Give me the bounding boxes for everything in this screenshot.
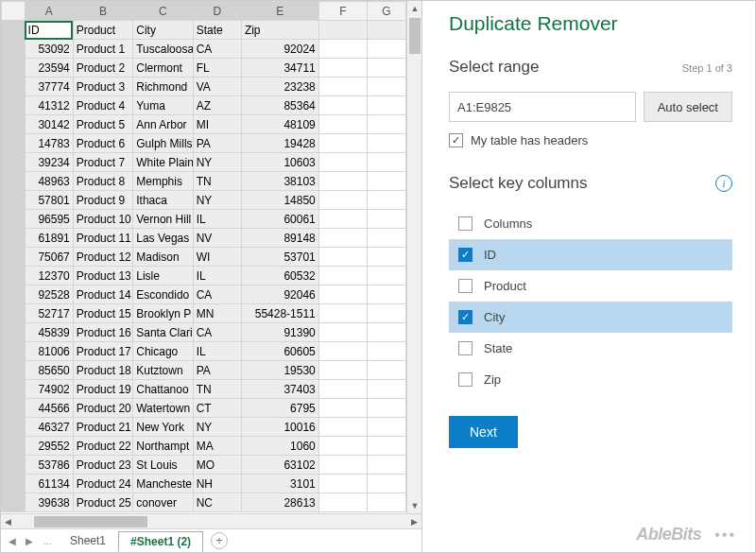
table-row[interactable]: 52717Product 15Brooklyn PMN55428-1511 — [2, 304, 406, 323]
range-input[interactable] — [449, 92, 636, 122]
cell[interactable]: 60605 — [241, 342, 318, 361]
cell-empty[interactable] — [367, 134, 405, 153]
table-row[interactable]: 29552Product 22NorthamptMA1060 — [2, 437, 406, 456]
cell-empty[interactable] — [318, 172, 367, 191]
cell[interactable]: Ithaca — [133, 191, 193, 210]
more-options-icon[interactable]: ••• — [714, 527, 736, 544]
auto-select-button[interactable]: Auto select — [644, 92, 732, 122]
cell-empty[interactable] — [318, 475, 367, 493]
cell[interactable]: New York — [133, 418, 193, 437]
cell[interactable]: Product 24 — [73, 475, 132, 493]
header-cell[interactable]: Product — [73, 21, 132, 40]
cell[interactable]: Product 17 — [73, 342, 132, 361]
cell-empty[interactable] — [318, 304, 367, 323]
cell[interactable]: Ann Arbor — [133, 115, 193, 134]
key-column-item[interactable]: Product — [449, 270, 732, 302]
sheet-tab[interactable]: #Sheet1 (2) — [118, 531, 203, 552]
row-header[interactable] — [2, 304, 26, 323]
cell[interactable]: 39638 — [25, 493, 73, 512]
cell[interactable]: 92528 — [25, 285, 73, 304]
cell[interactable]: Product 2 — [73, 59, 132, 78]
cell[interactable]: Product 1 — [73, 40, 132, 59]
cell-empty[interactable] — [318, 134, 367, 153]
cell[interactable]: 89148 — [241, 229, 318, 248]
cell-empty[interactable] — [367, 437, 405, 456]
cell[interactable]: 28613 — [241, 493, 318, 512]
cell[interactable]: 14783 — [25, 134, 73, 153]
cell[interactable]: 23594 — [25, 59, 73, 78]
cell[interactable]: 44566 — [25, 399, 73, 418]
cell[interactable]: Product 12 — [73, 248, 132, 267]
table-row[interactable]: 45839Product 16Santa ClariCA91390 — [2, 323, 406, 342]
horizontal-scrollbar[interactable]: ◀ ▶ — [1, 513, 421, 528]
cell-empty[interactable] — [367, 248, 405, 267]
cell[interactable]: TN — [193, 380, 241, 399]
key-column-item[interactable]: ID — [449, 239, 732, 270]
cell[interactable]: NY — [193, 418, 241, 437]
row-header[interactable] — [2, 361, 26, 380]
cell[interactable]: MN — [193, 304, 241, 323]
cell-empty[interactable] — [318, 59, 367, 78]
table-row[interactable]: 37774Product 3RichmondVA23238 — [2, 78, 406, 96]
cell[interactable]: 23238 — [241, 78, 318, 96]
cell[interactable]: CA — [193, 40, 241, 59]
cell[interactable]: FL — [193, 59, 241, 78]
cell[interactable]: Product 21 — [73, 418, 132, 437]
cell[interactable]: 96595 — [25, 210, 73, 229]
next-button[interactable]: Next — [449, 416, 518, 448]
cell[interactable]: Lisle — [133, 267, 193, 285]
cell-empty[interactable] — [367, 210, 405, 229]
cell[interactable]: Product 14 — [73, 285, 132, 304]
table-row[interactable]: 85650Product 18KutztownPA19530 — [2, 361, 406, 380]
cell[interactable]: 46327 — [25, 418, 73, 437]
column-header-e[interactable]: E — [241, 2, 318, 21]
cell[interactable]: 45839 — [25, 323, 73, 342]
cell[interactable]: Product 19 — [73, 380, 132, 399]
cell[interactable]: 34711 — [241, 59, 318, 78]
row-header[interactable] — [2, 153, 26, 172]
cell[interactable]: NC — [193, 493, 241, 512]
cell-empty[interactable] — [318, 248, 367, 267]
cell[interactable]: conover — [133, 493, 193, 512]
cell[interactable]: Madison — [133, 248, 193, 267]
cell[interactable]: 92024 — [241, 40, 318, 59]
cell[interactable]: 38103 — [241, 172, 318, 191]
row-header[interactable] — [2, 59, 26, 78]
cell-empty[interactable] — [318, 267, 367, 285]
cell[interactable]: Product 20 — [73, 399, 132, 418]
cell-empty[interactable] — [318, 437, 367, 456]
row-header[interactable] — [2, 248, 26, 267]
cell[interactable]: 29552 — [25, 437, 73, 456]
scroll-right-arrow-icon[interactable]: ▶ — [407, 517, 421, 527]
cell-empty[interactable] — [367, 229, 405, 248]
table-row[interactable]: 57801Product 9IthacaNY14850 — [2, 191, 406, 210]
cell[interactable]: 19530 — [241, 361, 318, 380]
row-header[interactable] — [2, 21, 26, 40]
cell[interactable]: Mancheste — [133, 475, 193, 493]
cell-empty[interactable] — [318, 115, 367, 134]
row-header[interactable] — [2, 210, 26, 229]
cell-empty[interactable] — [318, 191, 367, 210]
cell-empty[interactable] — [318, 21, 367, 40]
cell[interactable]: MO — [193, 456, 241, 475]
row-header[interactable] — [2, 267, 26, 285]
cell[interactable]: Escondido — [133, 285, 193, 304]
cell-empty[interactable] — [318, 78, 367, 96]
cell[interactable]: Product 6 — [73, 134, 132, 153]
cell[interactable]: 30142 — [25, 115, 73, 134]
cell[interactable]: 60532 — [241, 267, 318, 285]
cell-empty[interactable] — [367, 456, 405, 475]
cell[interactable]: Chicago — [133, 342, 193, 361]
table-row[interactable]: 30142Product 5Ann ArborMI48109 — [2, 115, 406, 134]
table-row[interactable]: 61891Product 11Las VegasNV89148 — [2, 229, 406, 248]
cell-empty[interactable] — [367, 115, 405, 134]
cell[interactable]: Product 5 — [73, 115, 132, 134]
cell[interactable]: Product 11 — [73, 229, 132, 248]
cell[interactable]: Kutztown — [133, 361, 193, 380]
cell-empty[interactable] — [318, 361, 367, 380]
cell-empty[interactable] — [367, 191, 405, 210]
cell[interactable]: 52717 — [25, 304, 73, 323]
row-header[interactable] — [2, 96, 26, 115]
row-header[interactable] — [2, 493, 26, 512]
cell[interactable]: 85650 — [25, 361, 73, 380]
